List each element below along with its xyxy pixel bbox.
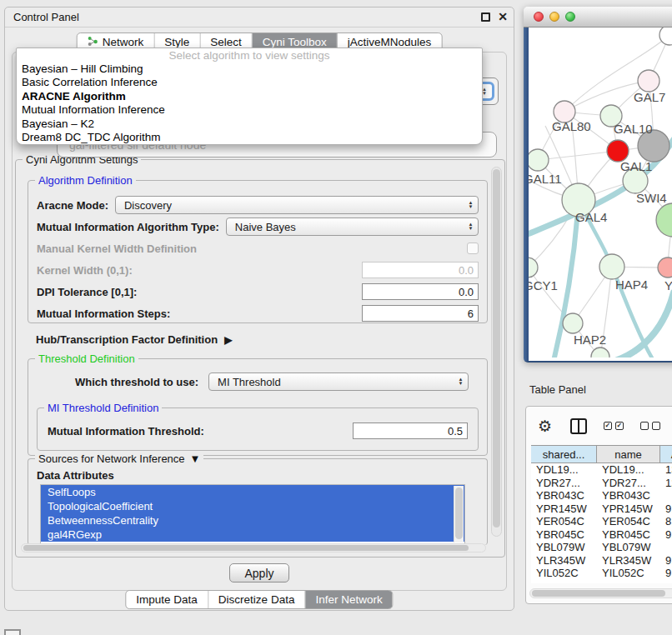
table-row[interactable]: YDL19...YDL19...13 xyxy=(531,463,672,477)
table-row[interactable]: YBL079WYBL079W xyxy=(531,541,672,554)
manual-kernel-checkbox[interactable] xyxy=(467,242,479,254)
column-header[interactable]: shared... xyxy=(531,446,597,462)
hub-definition-label: Hub/Transcription Factor Definition xyxy=(36,333,218,346)
mi-threshold-definition-group: MI Threshold Definition Mutual Informati… xyxy=(37,408,479,451)
network-node[interactable] xyxy=(659,28,672,45)
mi-steps-field[interactable]: 6 xyxy=(362,305,479,322)
network-node-hap2[interactable] xyxy=(563,313,583,333)
close-window-button[interactable]: ✕ xyxy=(498,10,508,23)
network-edge[interactable] xyxy=(538,151,618,160)
table-header-row: shared...nameAvera xyxy=(531,445,672,463)
mi-type-combo[interactable]: Naive Bayes ▲▼ xyxy=(226,218,479,236)
mi-type-label: Mutual Information Algorithm Type: xyxy=(37,221,219,233)
attribute-item[interactable]: SelfLoops xyxy=(41,485,464,499)
algorithm-option[interactable]: Bayesian – Hill Climbing xyxy=(17,62,482,76)
node-label: GCY1 xyxy=(529,278,558,292)
threshold-definition-title: Threshold Definition xyxy=(35,352,138,365)
sources-toggle[interactable]: Sources for Network Inference ▼ xyxy=(38,452,200,465)
table-panel-toolbar: ⚙ ✓✓ xyxy=(526,407,672,445)
algorithm-option[interactable]: Bayesian – K2 xyxy=(17,118,482,131)
which-threshold-value: MI Threshold xyxy=(218,376,281,388)
table-row[interactable]: YLR345WYLR345W9. xyxy=(531,554,672,568)
manual-kernel-label: Manual Kernel Width Definition xyxy=(37,242,197,255)
algorithm-option[interactable]: Mutual Information Inference xyxy=(17,103,482,117)
mi-steps-label: Mutual Information Steps: xyxy=(37,308,170,320)
combo-spinner-icon: ▲▼ xyxy=(464,222,478,231)
checked-pair-icon[interactable]: ✓✓ xyxy=(604,422,624,430)
which-threshold-combo[interactable]: MI Threshold ▲▼ xyxy=(208,372,469,391)
table-row[interactable]: YBR045CYBR045C9. xyxy=(531,528,672,542)
close-traffic-light[interactable] xyxy=(534,12,544,22)
table-cell: YDL19... xyxy=(597,463,660,477)
data-attributes-label: Data Attributes xyxy=(37,469,114,482)
table-cell: 8. xyxy=(660,515,672,528)
tab-discretize-data[interactable]: Discretize Data xyxy=(208,591,306,608)
expanded-arrow-icon: ▼ xyxy=(190,452,201,465)
table-panel-title: Table Panel xyxy=(529,383,586,396)
attribute-item[interactable]: gal4RGexp xyxy=(41,528,464,542)
column-header[interactable]: name xyxy=(597,446,660,462)
table-cell: YBL079W xyxy=(531,541,597,554)
network-node[interactable] xyxy=(656,203,672,237)
column-header[interactable]: Avera xyxy=(660,446,672,462)
table-row[interactable]: YBR043CYBR043C xyxy=(531,489,672,502)
table-row[interactable]: YER054CYER054C8. xyxy=(531,515,672,528)
attribute-item[interactable]: BetweennessCentrality xyxy=(41,513,464,528)
node-label: GAL4 xyxy=(575,210,607,224)
zoom-traffic-light[interactable] xyxy=(565,12,575,22)
float-window-button[interactable] xyxy=(481,12,490,22)
table-horizontal-scrollbar[interactable] xyxy=(529,588,672,598)
mi-threshold-field[interactable]: 0.5 xyxy=(353,422,468,439)
network-graph[interactable]: GAL7GAL80GAL10GAL1GAL11SWI4GAL4GCY1HAP4Y… xyxy=(529,28,672,358)
attributes-scrollbar[interactable] xyxy=(454,486,464,542)
node-label: GAL10 xyxy=(614,122,653,136)
algorithm-option[interactable]: Dream8 DC_TDC Algorithm xyxy=(17,131,482,144)
sources-title-wrap: Sources for Network Inference ▼ xyxy=(35,452,203,465)
network-node-gcy1[interactable] xyxy=(529,258,538,278)
network-node-y[interactable] xyxy=(658,258,672,278)
table-cell: 9. xyxy=(660,502,672,516)
settings-vertical-scrollbar[interactable] xyxy=(491,167,502,537)
table-cell: YIL052C xyxy=(531,567,597,580)
aracne-mode-combo[interactable]: Discovery ▲▼ xyxy=(115,196,479,214)
unchecked-pair-icon[interactable] xyxy=(640,422,660,430)
kernel-width-field[interactable]: 0.0 xyxy=(362,262,479,278)
threshold-definition-group: Threshold Definition Which threshold to … xyxy=(28,358,488,456)
network-node-gal7[interactable] xyxy=(638,70,659,92)
kernel-width-label: Kernel Width (0,1): xyxy=(37,264,133,277)
data-attributes-list[interactable]: SelfLoopsTopologicalCoefficientBetweenne… xyxy=(40,484,465,544)
algorithm-definition-title: Algorithm Definition xyxy=(35,174,136,187)
network-node-hap4[interactable] xyxy=(599,254,624,279)
table-row[interactable]: YDR27...YDR27...12 xyxy=(531,477,672,490)
table-row[interactable]: YIL052CYIL052C9 xyxy=(531,567,672,580)
mi-type-value: Naive Bayes xyxy=(235,221,296,233)
network-node-gal11[interactable] xyxy=(529,149,549,171)
tab-impute-data[interactable]: Impute Data xyxy=(126,591,208,608)
table-row[interactable]: YPR145WYPR145W9. xyxy=(531,502,672,516)
table-panel: ⚙ ✓✓ shared...nameAvera YDL19...YDL19...… xyxy=(525,406,672,604)
hub-definition-toggle[interactable]: Hub/Transcription Factor Definition ▶ xyxy=(36,333,232,346)
minimize-traffic-light[interactable] xyxy=(549,12,559,22)
collapsed-panel-grip[interactable] xyxy=(4,629,21,635)
apply-button[interactable]: Apply xyxy=(229,563,289,582)
algorithm-option[interactable]: Basic Correlation Inference xyxy=(17,76,482,89)
network-edge-highlighted[interactable] xyxy=(615,292,672,358)
settings-horizontal-scrollbar[interactable] xyxy=(21,543,486,552)
which-threshold-label: Which threshold to use: xyxy=(75,376,198,388)
attribute-item[interactable]: TopologicalCoefficient xyxy=(41,499,464,513)
node-label: GAL80 xyxy=(552,119,591,133)
table-cell: 12 xyxy=(660,477,672,490)
table-cell: YBL079W xyxy=(597,541,660,554)
network-window-titlebar[interactable] xyxy=(524,7,672,28)
algorithm-option[interactable]: ARACNE Algorithm xyxy=(17,90,482,103)
algorithm-popup-list: Bayesian – Hill ClimbingBasic Correlatio… xyxy=(17,62,482,144)
window-title: Control Panel xyxy=(13,11,79,23)
network-canvas[interactable]: GAL7GAL80GAL10GAL1GAL11SWI4GAL4GCY1HAP4Y… xyxy=(529,28,672,361)
tab-infer-network[interactable]: Infer Network xyxy=(305,591,392,608)
node-label: Y xyxy=(664,278,672,292)
columns-icon[interactable] xyxy=(570,418,587,434)
table-cell: YBR043C xyxy=(531,489,597,502)
dpi-tolerance-field[interactable]: 0.0 xyxy=(362,283,479,300)
table-cell: YPR145W xyxy=(531,502,597,516)
gear-icon[interactable]: ⚙ xyxy=(538,418,552,434)
